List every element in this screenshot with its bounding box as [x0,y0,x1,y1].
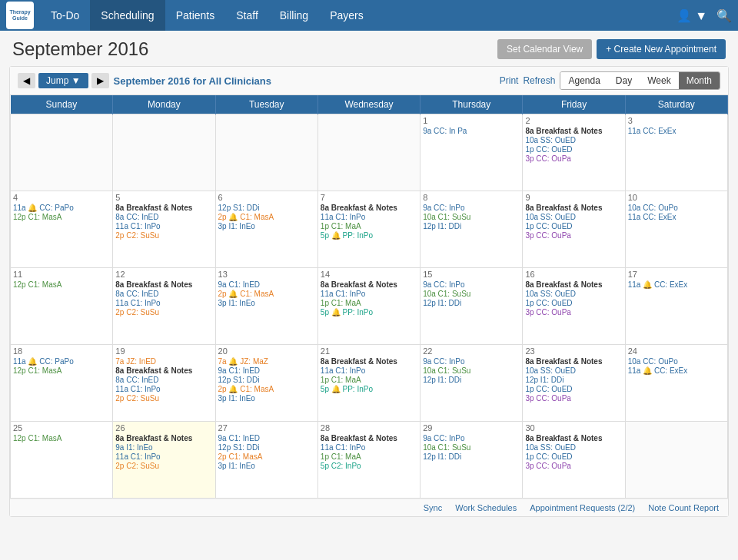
calendar-event[interactable]: 1p C1: MaA [321,452,417,461]
calendar-day[interactable] [113,114,215,191]
user-icon[interactable]: 👤 ▼ [676,8,707,23]
calendar-event[interactable]: 3p CC: OuPa [525,394,622,403]
calendar-day[interactable]: 148a Breakfast & Notes11a C1: InPo1p C1:… [317,268,420,345]
calendar-event[interactable]: 9a C1: InED [218,366,315,375]
calendar-event[interactable]: 12p I1: DDi [423,299,520,307]
calendar-event[interactable]: 12p I1: DDi [423,452,520,461]
calendar-day[interactable]: 98a Breakfast & Notes10a SS: OuED1p CC: … [523,191,625,268]
month-view-button[interactable]: Month [679,72,720,89]
calendar-event[interactable]: 1p CC: OuED [525,299,622,307]
calendar-event[interactable]: 7a JZ: InED [115,357,212,366]
jump-button[interactable]: Jump ▼ [38,73,88,88]
nav-patients[interactable]: Patients [165,0,226,31]
calendar-day[interactable]: 612p S1: DDi2p 🔔 C1: MasA3p I1: InEo [215,191,317,268]
logo[interactable]: Therapy Guide [6,2,34,29]
calendar-event[interactable]: 2p 🔔 C1: MasA [218,385,315,393]
calendar-day[interactable]: 159a CC: InPo10a C1: SuSu12p I1: DDi [421,268,523,345]
calendar-event[interactable]: 10a SS: OuED [525,443,622,452]
calendar-event[interactable]: 10a C1: SuSu [423,213,520,221]
calendar-event[interactable]: 2p C2: SuSu [115,231,212,240]
calendar-event[interactable]: 9a CC: In Pa [423,127,520,135]
calendar-event[interactable]: 11a CC: ExEx [628,127,725,135]
calendar-day[interactable]: 1010a CC: OuPo11a CC: ExEx [625,191,727,268]
calendar-event[interactable]: 1p CC: OuED [525,385,622,393]
calendar-day[interactable] [215,114,317,191]
calendar-day[interactable]: 128a Breakfast & Notes8a CC: InED11a C1:… [113,268,215,345]
calendar-event[interactable]: 8a Breakfast & Notes [525,357,622,366]
calendar-event[interactable]: 8a Breakfast & Notes [115,434,212,442]
calendar-event[interactable]: 8a Breakfast & Notes [321,280,417,289]
calendar-event[interactable]: 7a 🔔 JZ: MaZ [218,357,315,366]
calendar-event[interactable]: 10a CC: OuPo [628,357,725,366]
calendar-day[interactable]: 238a Breakfast & Notes10a SS: OuED12p I1… [523,345,625,422]
calendar-event[interactable]: 8a Breakfast & Notes [115,204,212,212]
calendar-day[interactable]: 1811a 🔔 CC: PaPo12p C1: MasA [11,345,113,422]
calendar-event[interactable]: 3p I1: InEo [218,462,315,470]
calendar-day[interactable]: 168a Breakfast & Notes10a SS: OuED1p CC:… [523,268,625,345]
calendar-event[interactable]: 9a C1: InED [218,434,315,442]
calendar-day[interactable]: 308a Breakfast & Notes10a SS: OuED1p CC:… [523,422,625,499]
calendar-event[interactable]: 9a I1: InEo [115,443,212,452]
calendar-day[interactable]: 207a 🔔 JZ: MaZ9a C1: InED12p S1: DDi2p 🔔… [215,345,317,422]
calendar-event[interactable]: 3p I1: InEo [218,222,315,230]
calendar-day[interactable]: 58a Breakfast & Notes8a CC: InED11a C1: … [113,191,215,268]
set-calendar-view-button[interactable]: Set Calendar View [497,39,592,59]
calendar-day[interactable]: 139a C1: InED2p 🔔 C1: MasA3p I1: InEo [215,268,317,345]
calendar-event[interactable]: 10a CC: OuPo [628,204,725,212]
calendar-day[interactable]: 2512p C1: MasA [11,422,113,499]
calendar-event[interactable]: 12p S1: DDi [218,443,315,452]
calendar-day[interactable]: 279a C1: InED12p S1: DDi2p C1: MasA3p I1… [215,422,317,499]
prev-month-button[interactable]: ◀ [18,73,35,88]
calendar-event[interactable]: 8a Breakfast & Notes [321,357,417,366]
nav-scheduling[interactable]: Scheduling [90,0,165,31]
calendar-event[interactable]: 8a Breakfast & Notes [525,127,622,135]
calendar-day[interactable]: 288a Breakfast & Notes11a C1: InPo1p C1:… [317,422,420,499]
calendar-event[interactable]: 5p C2: InPo [321,462,417,470]
calendar-event[interactable]: 5p 🔔 PP: InPo [321,231,417,240]
nav-staff[interactable]: Staff [225,0,269,31]
calendar-day[interactable]: 19a CC: In Pa [421,114,523,191]
work-schedules-link[interactable]: Work Schedules [455,503,517,512]
calendar-event[interactable]: 11a 🔔 CC: ExEx [628,366,725,375]
calendar-event[interactable]: 2p C2: SuSu [115,308,212,316]
calendar-event[interactable]: 2p C2: SuSu [115,394,212,403]
calendar-day[interactable]: 411a 🔔 CC: PaPo12p C1: MasA [11,191,113,268]
print-link[interactable]: Print [500,75,519,86]
calendar-event[interactable]: 10a C1: SuSu [423,366,520,375]
week-view-button[interactable]: Week [640,72,678,89]
calendar-event[interactable]: 12p S1: DDi [218,204,315,212]
calendar-event[interactable]: 12p I1: DDi [423,376,520,384]
calendar-day[interactable]: 218a Breakfast & Notes11a C1: InPo1p C1:… [317,345,420,422]
calendar-event[interactable]: 11a 🔔 CC: ExEx [628,280,725,289]
agenda-view-button[interactable]: Agenda [560,72,607,89]
calendar-event[interactable]: 9a CC: InPo [423,204,520,212]
calendar-event[interactable]: 9a C1: InED [218,280,315,289]
calendar-event[interactable]: 11a C1: InPo [321,290,417,298]
calendar-event[interactable]: 1p C1: MaA [321,222,417,230]
calendar-event[interactable]: 11a C1: InPo [115,299,212,307]
calendar-event[interactable]: 12p I1: DDi [525,376,622,384]
calendar-event[interactable]: 8a Breakfast & Notes [525,280,622,289]
calendar-day[interactable]: 78a Breakfast & Notes11a C1: InPo1p C1: … [317,191,420,268]
calendar-day[interactable]: 89a CC: InPo10a C1: SuSu12p I1: DDi [421,191,523,268]
calendar-event[interactable]: 8a Breakfast & Notes [321,434,417,442]
calendar-event[interactable]: 11a C1: InPo [321,213,417,221]
calendar-event[interactable]: 1p C1: MaA [321,376,417,384]
calendar-event[interactable]: 10a SS: OuED [525,213,622,221]
calendar-day[interactable]: 229a CC: InPo10a C1: SuSu12p I1: DDi [421,345,523,422]
calendar-event[interactable]: 1p C1: MaA [321,299,417,307]
calendar-event[interactable]: 3p CC: OuPa [525,154,622,163]
calendar-event[interactable]: 8a CC: InED [115,376,212,384]
calendar-event[interactable]: 12p C1: MasA [13,366,110,375]
calendar-event[interactable]: 2p 🔔 C1: MasA [218,290,315,298]
appointment-requests-link[interactable]: Appointment Requests (2/2) [530,503,635,512]
day-view-button[interactable]: Day [608,72,640,89]
calendar-event[interactable]: 12p C1: MasA [13,434,110,442]
calendar-day[interactable]: 268a Breakfast & Notes9a I1: InEo11a C1:… [113,422,215,499]
calendar-event[interactable]: 2p C1: MasA [218,452,315,461]
calendar-event[interactable]: 9a CC: InPo [423,434,520,442]
refresh-link[interactable]: Refresh [523,75,555,86]
calendar-event[interactable]: 8a Breakfast & Notes [115,280,212,289]
calendar-event[interactable]: 2p 🔔 C1: MasA [218,213,315,221]
calendar-event[interactable]: 3p I1: InEo [218,394,315,403]
